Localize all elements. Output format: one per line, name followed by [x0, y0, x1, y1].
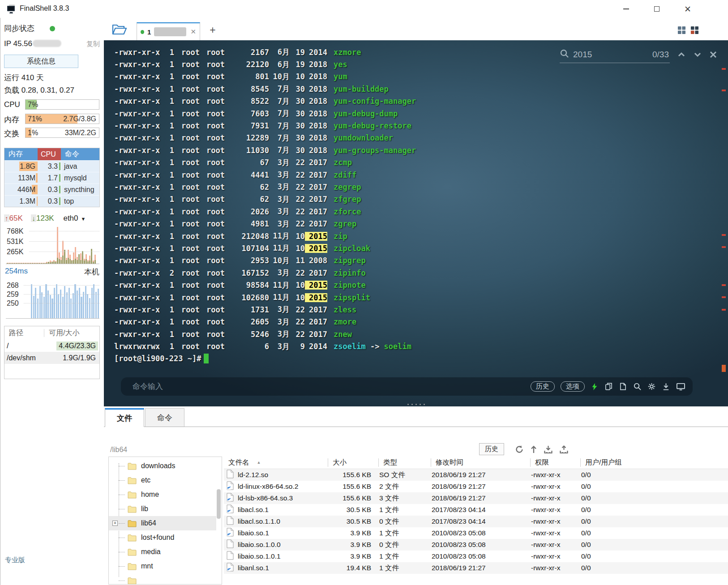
scrollbar-thumb[interactable] [722, 365, 726, 372]
disk-row[interactable]: /4.4G/23.3G [4, 340, 99, 352]
open-connections-button[interactable] [111, 22, 128, 38]
layout-view-icon[interactable] [690, 26, 699, 36]
file-row[interactable]: ld-2.12.so155.6 KBSO 文件2018/06/19 21:27-… [224, 469, 728, 481]
terminal-find-icon[interactable] [633, 382, 642, 391]
file-row[interactable]: libacl.so.1.1.030.5 KB0 文件2017/08/23 04:… [224, 516, 728, 527]
file-row[interactable]: libaio.so.1.0.03.9 KB0 文件2010/08/23 05:0… [224, 539, 728, 551]
file-history-button[interactable]: 历史 [479, 443, 504, 455]
tree-scrollbar[interactable] [217, 489, 221, 519]
tree-item-downloads[interactable]: downloads [109, 459, 216, 473]
tree-item-lib[interactable]: lib [109, 502, 216, 516]
session-tab[interactable]: 1 ✕ [137, 22, 200, 40]
tree-item-media[interactable]: media [109, 545, 216, 559]
disk-row[interactable]: /dev/shm1.9G/1.9G [4, 352, 99, 364]
copy-icon[interactable] [604, 382, 613, 391]
copy-ip-button[interactable]: 复制 [86, 40, 100, 48]
month-field: 7月 [269, 108, 290, 119]
tree-item-lib64[interactable]: +lib64 [109, 516, 216, 530]
group-field: root [206, 305, 227, 314]
process-row[interactable]: 1.3M0.3top [4, 195, 99, 207]
paste-icon[interactable] [619, 382, 627, 391]
file-row[interactable]: ld-linux-x86-64.so.2155.6 KB2 文件2018/06/… [224, 481, 728, 492]
terminal-line: -rwxr-xr-x1rootroot673月222017zcmp [114, 157, 710, 169]
system-info-button[interactable]: 系统信息 [4, 55, 78, 68]
search-query[interactable]: 2015 [573, 50, 592, 60]
day-field: 30 [290, 97, 305, 106]
file-table-header: 文件名▲大小类型修改时间权限用户/用户组 [224, 457, 728, 469]
column-header-0[interactable]: 文件名▲ [224, 458, 328, 467]
process-header-cpu[interactable]: CPU [38, 148, 61, 160]
file-name-text: libacl.so.1 [238, 506, 269, 514]
tab-close-icon[interactable]: ✕ [190, 28, 196, 36]
size-field: 4981 [227, 219, 269, 228]
tree-item-home[interactable]: home [109, 487, 216, 502]
scroll-to-bottom-icon[interactable] [662, 382, 670, 391]
new-tab-button[interactable]: + [207, 24, 218, 36]
swap-detail: 33M/2.2G [65, 129, 96, 137]
column-header-3[interactable]: 修改时间 [431, 458, 530, 467]
process-header-mem[interactable]: 内存 [4, 148, 38, 160]
file-row[interactable]: libacl.so.130.5 KB1 文件2017/08/23 04:14-r… [224, 504, 728, 516]
shell-prompt: [root@li900-223 ~]# [114, 354, 201, 363]
command-input-bar[interactable]: 命令输入 历史 选项 [121, 377, 693, 396]
column-header-4[interactable]: 权限 [530, 458, 580, 467]
refresh-icon[interactable] [515, 445, 524, 454]
network-interface-select[interactable]: eth0 [63, 214, 78, 222]
tree-item-etc[interactable]: etc [109, 473, 216, 487]
ping-gridline [24, 285, 99, 286]
download-icon[interactable] [544, 445, 553, 454]
process-row[interactable]: 113M1.7mysqld [4, 172, 99, 184]
tab-files[interactable]: 文件 [105, 408, 144, 427]
process-row[interactable]: 1.8G3.3java [4, 160, 99, 172]
grid-view-icon[interactable] [677, 26, 686, 36]
file-row[interactable]: libaio.so.1.0.13.9 KB1 文件2010/08/23 05:0… [224, 551, 728, 562]
disk-header-path[interactable]: 路径 [4, 329, 44, 338]
chevron-down-icon[interactable]: ▼ [81, 216, 86, 222]
ip-label: IP 45.56 [4, 39, 32, 48]
minimize-icon[interactable] [616, 0, 636, 18]
tree-item[interactable] [109, 573, 216, 585]
tab-commands[interactable]: 命令 [145, 408, 184, 427]
find-next-icon[interactable] [693, 50, 702, 59]
perm-field: -rwxr-xr-x [114, 207, 163, 216]
search-field[interactable]: 2015 0/33 [560, 46, 670, 63]
year-field: 2017 [305, 269, 327, 278]
process-row[interactable]: 446M0.3syncthing [4, 184, 99, 195]
panel-splitter[interactable] [104, 402, 728, 406]
file-type-cell: 1 文件 [378, 552, 431, 561]
process-header-cmd[interactable]: 命令 [61, 148, 99, 160]
column-header-1[interactable]: 大小 [328, 458, 378, 467]
size-field: 102680 [227, 293, 269, 302]
terminal-settings-icon[interactable] [647, 382, 656, 391]
terminal-options-button[interactable]: 选项 [561, 381, 585, 392]
terminal[interactable]: -rwxr-xr-x1rootroot21676月192014xzmore-rw… [104, 40, 728, 406]
maximize-icon[interactable] [647, 0, 667, 18]
links-field: 1 [163, 85, 174, 94]
parent-directory-icon[interactable] [530, 445, 537, 454]
file-row[interactable]: libaio.so.13.9 KB1 文件2010/08/23 05:08-rw… [224, 527, 728, 539]
file-type-cell: 0 文件 [378, 540, 431, 550]
quick-command-icon[interactable] [591, 382, 599, 391]
find-previous-icon[interactable] [677, 50, 686, 59]
close-icon[interactable]: ✕ [677, 0, 698, 18]
download-bar [66, 260, 67, 264]
column-header-2[interactable]: 类型 [378, 458, 431, 467]
file-name-text: ld-linux-x86-64.so.2 [238, 483, 298, 491]
tree-expander-icon[interactable]: + [112, 521, 118, 526]
file-row[interactable]: libanl.so.119.4 KB1 文件2018/06/19 21:27-r… [224, 562, 728, 574]
column-header-5[interactable]: 用户/用户组 [580, 458, 728, 467]
file-row[interactable]: ld-lsb-x86-64.so.3155.6 KB3 文件2018/06/19… [224, 492, 728, 504]
search-close-icon[interactable] [709, 51, 717, 59]
group-field: root [206, 330, 227, 339]
tree-item-lost+found[interactable]: lost+found [109, 530, 216, 545]
command-input-placeholder[interactable]: 命令输入 [133, 381, 163, 392]
ping-bar [81, 297, 82, 318]
tree-item-mnt[interactable]: mnt [109, 559, 216, 573]
current-path[interactable]: /lib64 [110, 446, 127, 454]
tree-connector [119, 466, 125, 466]
upload-icon[interactable] [559, 445, 569, 454]
disk-header-size[interactable]: 可用/大小 [44, 329, 99, 337]
fullscreen-icon[interactable] [676, 382, 685, 391]
group-field: root [206, 85, 227, 94]
terminal-history-button[interactable]: 历史 [531, 381, 555, 392]
